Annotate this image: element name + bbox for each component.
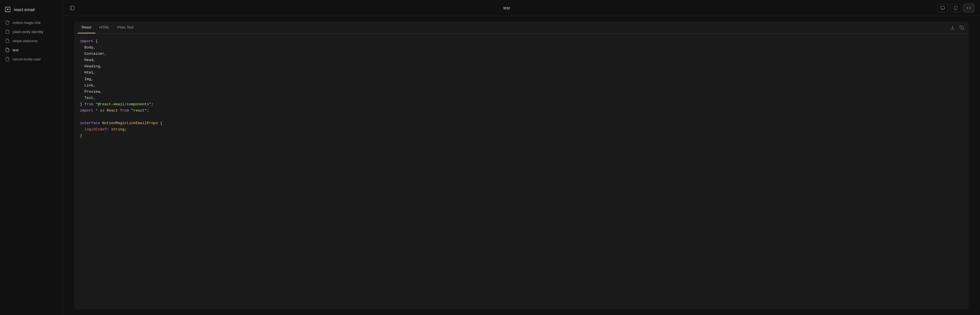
copy-button[interactable] [958, 24, 965, 31]
topbar: test [63, 0, 980, 16]
code-line: import { [80, 38, 963, 45]
sidebar: react email notion-magic-linkplaid-verif… [0, 0, 63, 315]
logo-icon [5, 6, 11, 13]
file-icon [5, 48, 10, 52]
topbar-actions [937, 4, 974, 12]
code-line: loginCode?: string; [80, 126, 963, 133]
code-line: Container, [80, 51, 963, 57]
code-line: } from "@react-email/components"; [80, 101, 963, 108]
sidebar-toggle-button[interactable] [68, 4, 76, 12]
code-line [80, 114, 963, 120]
code-container: ReactHTMLPlain Text [63, 16, 980, 315]
svg-rect-2 [940, 6, 944, 9]
code-line: Preview, [80, 89, 963, 95]
file-icon [5, 29, 10, 34]
code-body: import { Body, Container, Head, Heading,… [74, 33, 969, 309]
svg-rect-1 [70, 6, 74, 10]
view-code-button[interactable] [963, 4, 974, 12]
code-panel: ReactHTMLPlain Text [74, 22, 969, 309]
file-icon [5, 57, 10, 61]
code-tab-react[interactable]: React [78, 22, 95, 33]
code-line: Head, [80, 57, 963, 63]
sidebar-item-label: vercel-invite-user [13, 57, 41, 61]
code-line: import * as React from "react"; [80, 108, 963, 114]
sidebar-item-vercel-invite-user[interactable]: vercel-invite-user [2, 55, 60, 63]
topbar-left [68, 4, 76, 12]
sidebar-nav: notion-magic-linkplaid-verify-identityst… [0, 18, 62, 63]
code-tabs: ReactHTMLPlain Text [74, 22, 969, 33]
code-line: Html, [80, 70, 963, 76]
sidebar-item-label: test [13, 48, 19, 52]
logo-text: react email [14, 7, 35, 12]
download-button[interactable] [949, 24, 956, 31]
code-tabs-left: ReactHTMLPlain Text [78, 22, 138, 33]
svg-point-4 [955, 9, 956, 9]
code-line: } [80, 133, 963, 139]
code-tab-plain-text[interactable]: Plain Text [113, 22, 137, 33]
sidebar-item-test[interactable]: test [2, 46, 60, 54]
view-desktop-button[interactable] [937, 4, 948, 12]
code-tab-html[interactable]: HTML [95, 22, 113, 33]
code-line: interface NotionMagicLinkEmailProps { [80, 120, 963, 126]
view-mobile-button[interactable] [950, 4, 961, 12]
sidebar-item-label: stripe-welcome [13, 39, 37, 43]
file-icon [5, 20, 10, 25]
code-line: Img, [80, 76, 963, 83]
code-line: Link, [80, 83, 963, 89]
code-line: Heading, [80, 63, 963, 70]
code-line: Body, [80, 45, 963, 51]
sidebar-item-notion-magic-link[interactable]: notion-magic-link [2, 18, 60, 27]
sidebar-item-label: plaid-verify-identity [13, 30, 43, 34]
sidebar-item-stripe-welcome[interactable]: stripe-welcome [2, 37, 60, 45]
sidebar-item-label: notion-magic-link [13, 21, 41, 25]
sidebar-item-plaid-verify-identity[interactable]: plaid-verify-identity [2, 27, 60, 36]
svg-rect-5 [961, 27, 964, 30]
code-line: Text, [80, 95, 963, 101]
file-icon [5, 38, 10, 43]
code-tabs-right [949, 24, 965, 31]
logo: react email [0, 3, 62, 18]
page-title: test [503, 6, 510, 10]
main-content: test ReactHTMLPlain Text [63, 0, 980, 315]
